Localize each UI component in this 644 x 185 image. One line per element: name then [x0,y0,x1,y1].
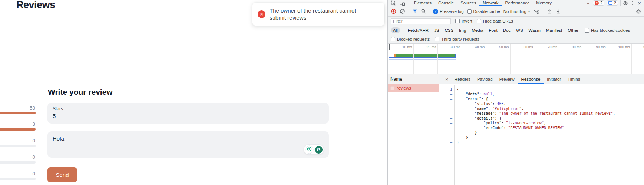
code-line: – "policy": "is-owner-review", [439,121,644,125]
chip-ws[interactable]: WS [514,27,525,33]
rating-bar [0,145,36,147]
disable-cache-checkbox[interactable]: Disable cache [467,9,500,14]
chip-js[interactable]: JS [432,27,441,33]
grammarly-widget[interactable]: G [304,144,324,155]
review-textarea[interactable]: Hola G [47,131,329,158]
chip-doc[interactable]: Doc [501,27,513,33]
code-text: } [457,135,468,140]
rating-row: 0 [0,154,36,164]
line-number: – [439,101,452,106]
rating-row: 0 [0,138,36,147]
grammarly-logo-icon[interactable]: G [314,145,323,154]
code-line: –} [439,140,644,145]
filter-funnel-icon[interactable] [412,9,417,14]
name-column-header[interactable]: Name [388,74,439,84]
error-count: 2 [600,1,602,5]
selection-underline [389,59,456,60]
has-blocked-cookies-checkbox[interactable]: Has blocked cookies [585,28,630,33]
chip-font[interactable]: Font [487,27,500,33]
checkbox-checked-icon[interactable]: ✓ [433,9,438,14]
device-toolbar-icon[interactable] [400,0,405,6]
chip-other[interactable]: Other [565,27,581,33]
network-settings-gear-icon[interactable] [636,9,641,14]
filter-input[interactable] [391,18,451,24]
tab-console[interactable]: Console [435,0,457,6]
checkbox-unchecked-icon[interactable] [585,28,589,33]
invert-label: Invert [462,19,472,23]
ruler-label: 60 ms [511,45,533,49]
request-row-reviews[interactable]: reviews [388,84,439,92]
ruler-label: 10 ms [390,45,412,49]
requests-name-column: Name reviews [388,74,439,185]
chip-img[interactable]: Img [457,27,468,33]
console-errors-badge[interactable]: × 2 [593,0,604,6]
checkbox-unchecked-icon[interactable] [477,19,481,23]
detail-tab-timing[interactable]: Timing [564,74,584,84]
review-text-value: Hola [53,135,324,142]
tab-sources[interactable]: Sources [457,0,479,6]
console-messages-badge[interactable]: 2 [607,0,618,6]
devtools-menu-icon[interactable] [630,1,634,5]
close-detail-icon[interactable]: × [442,74,451,84]
invert-checkbox[interactable]: Invert [455,19,472,23]
ruler-label: 20 ms [414,45,436,49]
checkbox-unchecked-icon[interactable] [391,37,395,41]
detail-tab-preview[interactable]: Preview [496,74,518,84]
detail-tab-payload[interactable]: Payload [474,74,496,84]
code-line: – "errCode": "RESTAURANT_OWNER_REVIEW" [439,125,644,130]
network-filter-row: Invert Hide data URLs [388,17,644,26]
export-har-icon[interactable] [555,9,561,14]
hide-data-urls-label: Hide data URLs [483,19,513,23]
detail-tab-headers[interactable]: Headers [451,74,474,84]
response-json: 1{– "data": null,– "error": {– "status":… [439,87,644,145]
request-filter-row: Blocked requests Third-party requests [388,35,644,44]
search-icon[interactable] [421,9,426,14]
preserve-log-checkbox[interactable]: ✓ Preserve log [433,9,464,14]
rating-bar [0,112,36,114]
clear-network-log-icon[interactable] [400,9,405,14]
tab-performance[interactable]: Performance [502,0,533,6]
code-text: "details": { [457,116,501,121]
download-segment [396,54,455,57]
chip-css[interactable]: CSS [442,27,456,33]
error-toast: × The owner of the restaurant cannot sub… [252,3,384,26]
chip-wasm[interactable]: Wasm [526,27,543,33]
detail-tab-response[interactable]: Response [518,74,544,84]
code-line: – "name": "PolicyError", [439,106,644,111]
hide-data-urls-checkbox[interactable]: Hide data URLs [477,19,513,23]
more-tabs-button[interactable]: » [585,0,591,6]
send-button[interactable]: Send [47,167,77,182]
tab-elements[interactable]: Elements [410,0,435,6]
throttling-dropdown[interactable]: No throttling ▾ [503,9,530,14]
devtools-tabs: ElementsConsoleSourcesNetworkPerformance… [410,0,555,6]
chip-all[interactable]: All [391,27,400,33]
chip-manifest[interactable]: Manifest [544,27,564,33]
code-text: "data": null, [457,92,495,97]
chip-fetchxhr[interactable]: Fetch/XHR [406,27,431,33]
checkbox-unchecked-icon[interactable] [435,37,439,41]
ruler-label: 90 ms [583,45,605,49]
settings-gear-icon[interactable] [623,0,628,6]
devtools-panel: ElementsConsoleSourcesNetworkPerformance… [387,0,644,185]
devtools-close-icon[interactable]: × [636,0,643,6]
rating-count: 53 [0,105,36,111]
chevron-down-icon: ▾ [528,10,530,13]
checkbox-unchecked-icon[interactable] [455,19,460,23]
import-har-icon[interactable] [546,9,552,14]
message-count: 2 [614,1,616,5]
request-waterfall-bar[interactable] [389,54,456,58]
blocked-requests-checkbox[interactable]: Blocked requests [391,37,430,41]
tab-network[interactable]: Network [479,0,502,6]
network-conditions-icon[interactable] [533,9,539,14]
inspect-element-icon[interactable] [391,0,396,6]
chip-media[interactable]: Media [469,27,485,33]
third-party-requests-checkbox[interactable]: Third-party requests [435,37,479,41]
checkbox-unchecked-icon[interactable] [467,9,472,14]
tab-memory[interactable]: Memory [533,0,555,6]
toast-message: The owner of the restaurant cannot submi… [270,7,367,21]
grammarly-suggestion-bulb-icon[interactable] [305,145,314,154]
code-text: "errCode": "RESTAURANT_OWNER_REVIEW" [457,125,564,130]
record-network-log-icon[interactable] [391,9,396,14]
detail-tab-initiator[interactable]: Initiator [544,74,564,84]
stars-input[interactable]: Stars 5 [47,103,329,124]
